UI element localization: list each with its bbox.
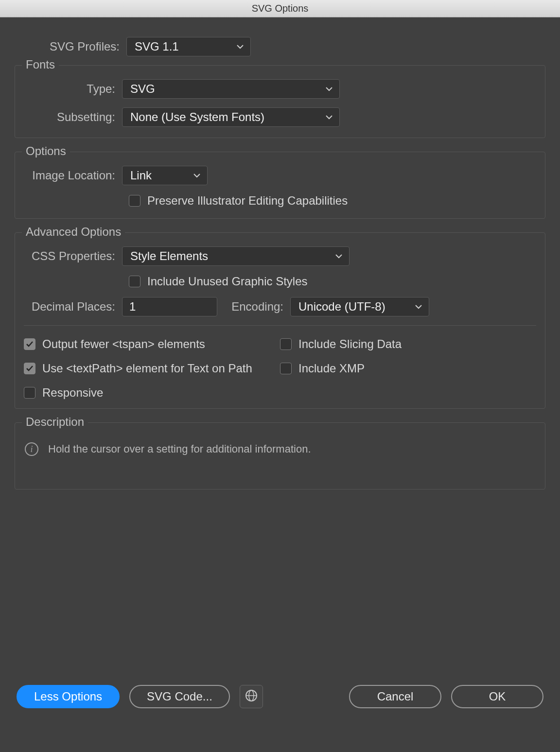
chevron-down-icon <box>193 173 200 178</box>
include-slicing-row[interactable]: Include Slicing Data <box>280 337 536 351</box>
dialog-body: SVG Profiles: SVG 1.1 Fonts Type: SVG Su… <box>0 17 560 752</box>
responsive-row[interactable]: Responsive <box>24 386 280 400</box>
dialog-footer: Less Options SVG Code... Cancel OK <box>15 685 545 737</box>
image-location-label: Image Location: <box>22 169 122 182</box>
info-icon: i <box>25 442 38 456</box>
include-xmp-checkbox[interactable] <box>280 363 292 374</box>
decimal-encoding-row: Decimal Places: Encoding: Unicode (UTF-8… <box>22 297 538 316</box>
image-location-value: Link <box>130 169 152 182</box>
output-fewer-tspan-checkbox[interactable] <box>24 338 35 350</box>
svg-profiles-label: SVG Profiles: <box>15 40 126 53</box>
divider <box>24 325 536 326</box>
preserve-editing-checkbox-row[interactable]: Preserve Illustrator Editing Capabilitie… <box>129 194 348 208</box>
include-xmp-row[interactable]: Include XMP <box>280 362 536 375</box>
description-legend: Description <box>22 415 88 429</box>
css-properties-label: CSS Properties: <box>22 249 122 263</box>
include-unused-checkbox[interactable] <box>129 276 140 287</box>
cancel-label: Cancel <box>377 690 414 703</box>
output-fewer-tspan-label: Output fewer <tspan> elements <box>42 337 205 351</box>
css-properties-select[interactable]: Style Elements <box>122 246 350 266</box>
include-unused-label: Include Unused Graphic Styles <box>147 275 308 288</box>
css-properties-row: CSS Properties: Style Elements <box>22 246 538 266</box>
chevron-down-icon <box>326 115 332 120</box>
image-location-row: Image Location: Link <box>22 166 538 185</box>
chevron-down-icon <box>415 304 422 309</box>
font-subsetting-label: Subsetting: <box>22 110 122 124</box>
font-subsetting-select[interactable]: None (Use System Fonts) <box>122 107 340 127</box>
advanced-fieldset: Advanced Options CSS Properties: Style E… <box>15 232 545 409</box>
options-fieldset: Options Image Location: Link Preserve Il… <box>15 152 545 219</box>
font-type-select[interactable]: SVG <box>122 79 340 99</box>
include-xmp-label: Include XMP <box>298 362 365 375</box>
output-fewer-tspan-row[interactable]: Output fewer <tspan> elements <box>24 337 280 351</box>
decimal-places-input[interactable] <box>122 297 217 316</box>
chevron-down-icon <box>237 44 244 49</box>
less-options-button[interactable]: Less Options <box>17 685 120 708</box>
fonts-legend: Fonts <box>22 58 59 71</box>
font-type-row: Type: SVG <box>22 79 538 99</box>
svg-profiles-row: SVG Profiles: SVG 1.1 <box>15 37 545 56</box>
use-textpath-row[interactable]: Use <textPath> element for Text on Path <box>24 362 280 375</box>
svg-profiles-value: SVG 1.1 <box>135 40 179 53</box>
advanced-checkbox-grid: Output fewer <tspan> elements Include Sl… <box>22 337 538 400</box>
responsive-checkbox[interactable] <box>24 387 35 399</box>
description-fieldset: Description i Hold the cursor over a set… <box>15 422 545 490</box>
font-subsetting-row: Subsetting: None (Use System Fonts) <box>22 107 538 127</box>
less-options-label: Less Options <box>34 690 102 703</box>
description-text: Hold the cursor over a setting for addit… <box>48 443 311 455</box>
decimal-places-label: Decimal Places: <box>22 300 122 314</box>
svg-profiles-select[interactable]: SVG 1.1 <box>126 37 251 56</box>
svg-code-label: SVG Code... <box>147 690 212 703</box>
responsive-label: Responsive <box>42 386 103 400</box>
options-legend: Options <box>22 144 70 158</box>
preview-in-browser-button[interactable] <box>240 685 263 708</box>
encoding-value: Unicode (UTF-8) <box>298 300 385 314</box>
description-body: i Hold the cursor over a setting for add… <box>22 437 538 485</box>
dialog-title: SVG Options <box>252 3 309 14</box>
font-type-label: Type: <box>22 82 122 96</box>
include-unused-row: Include Unused Graphic Styles <box>22 275 538 288</box>
ok-label: OK <box>489 690 506 703</box>
use-textpath-checkbox[interactable] <box>24 363 35 374</box>
image-location-select[interactable]: Link <box>122 166 208 185</box>
font-type-value: SVG <box>130 82 155 96</box>
chevron-down-icon <box>335 254 342 259</box>
svg-code-button[interactable]: SVG Code... <box>129 685 230 708</box>
use-textpath-label: Use <textPath> element for Text on Path <box>42 362 252 375</box>
font-subsetting-value: None (Use System Fonts) <box>130 110 264 124</box>
preserve-editing-row: Preserve Illustrator Editing Capabilitie… <box>22 194 538 208</box>
ok-button[interactable]: OK <box>451 685 543 708</box>
include-slicing-checkbox[interactable] <box>280 338 292 350</box>
encoding-label: Encoding: <box>217 300 290 314</box>
advanced-legend: Advanced Options <box>22 225 125 239</box>
dialog-titlebar: SVG Options <box>0 0 560 17</box>
include-slicing-label: Include Slicing Data <box>298 337 402 351</box>
css-properties-value: Style Elements <box>130 249 208 263</box>
include-unused-checkbox-row[interactable]: Include Unused Graphic Styles <box>129 275 308 288</box>
fonts-fieldset: Fonts Type: SVG Subsetting: None (Use Sy… <box>15 65 545 138</box>
chevron-down-icon <box>326 87 332 91</box>
preserve-editing-checkbox[interactable] <box>129 195 140 207</box>
cancel-button[interactable]: Cancel <box>349 685 441 708</box>
preserve-editing-label: Preserve Illustrator Editing Capabilitie… <box>147 194 348 208</box>
encoding-select[interactable]: Unicode (UTF-8) <box>290 297 429 316</box>
globe-icon <box>245 689 258 704</box>
